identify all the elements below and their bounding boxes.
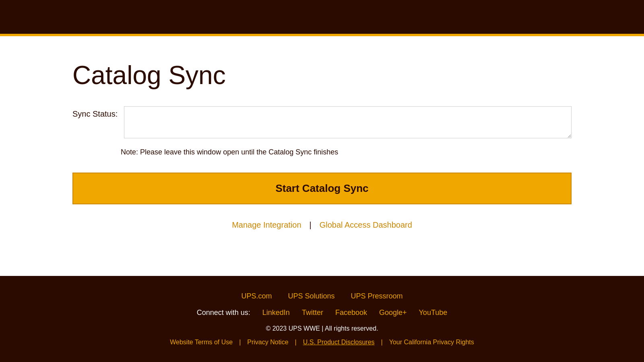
- sync-status-label: Sync Status:: [72, 109, 118, 119]
- footer-social-link-facebook[interactable]: Facebook: [335, 309, 367, 317]
- footer-social-label: Connect with us:: [197, 309, 250, 317]
- links-separator: |: [310, 220, 312, 230]
- footer-legal: Website Terms of Use|Privacy Notice|U.S.…: [8, 339, 636, 346]
- footer-legal-link[interactable]: Website Terms of Use: [170, 339, 233, 346]
- footer-copyright: © 2023 UPS WWE | All rights reserved.: [8, 325, 636, 332]
- note-text: Note: Please leave this window open unti…: [121, 148, 572, 156]
- footer-nav-link[interactable]: UPS.com: [241, 292, 272, 300]
- site-footer: UPS.comUPS SolutionsUPS Pressroom Connec…: [0, 276, 644, 362]
- action-links-row: Manage Integration | Global Access Dashb…: [72, 220, 572, 230]
- manage-integration-link[interactable]: Manage Integration: [232, 220, 301, 230]
- footer-social-link-linkedin[interactable]: LinkedIn: [262, 309, 290, 317]
- main-content: Catalog Sync Sync Status: Note: Please l…: [0, 36, 644, 276]
- start-catalog-sync-button[interactable]: Start Catalog Sync: [72, 173, 572, 204]
- footer-legal-link[interactable]: U.S. Product Disclosures: [303, 339, 375, 346]
- footer-nav: UPS.comUPS SolutionsUPS Pressroom: [8, 292, 636, 300]
- footer-legal-link[interactable]: Your California Privacy Rights: [389, 339, 474, 346]
- footer-legal-separator: |: [239, 339, 241, 346]
- footer-legal-separator: |: [381, 339, 383, 346]
- global-access-dashboard-link[interactable]: Global Access Dashboard: [320, 220, 412, 230]
- footer-social-link-twitter[interactable]: Twitter: [302, 309, 323, 317]
- footer-nav-link[interactable]: UPS Pressroom: [351, 292, 403, 300]
- sync-status-textarea[interactable]: [124, 106, 572, 138]
- footer-social: Connect with us: LinkedInTwitterFacebook…: [8, 309, 636, 317]
- site-header: [0, 0, 644, 36]
- page-title: Catalog Sync: [72, 60, 572, 90]
- sync-status-row: Sync Status:: [72, 106, 572, 138]
- footer-legal-separator: |: [295, 339, 297, 346]
- footer-nav-link[interactable]: UPS Solutions: [288, 292, 334, 300]
- footer-social-link-google+[interactable]: Google+: [379, 309, 407, 317]
- footer-legal-link[interactable]: Privacy Notice: [247, 339, 288, 346]
- footer-social-link-youtube[interactable]: YouTube: [419, 309, 448, 317]
